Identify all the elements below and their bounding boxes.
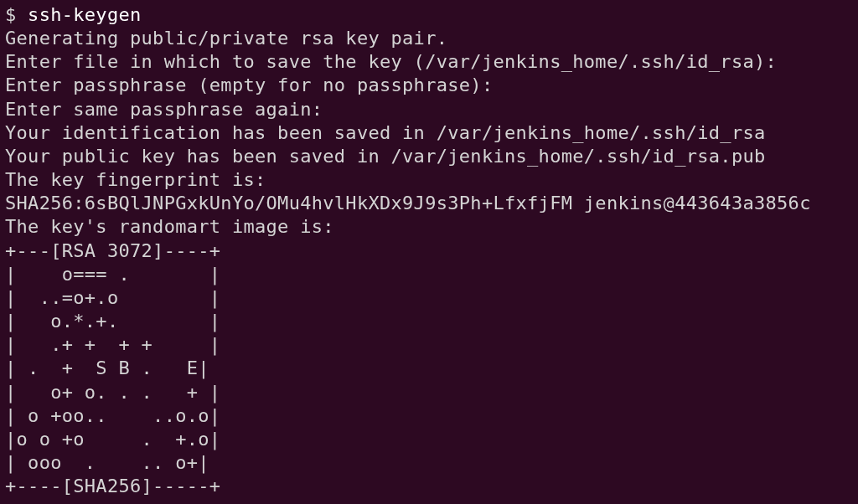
randomart-line: | ooo . .. o+| [5, 452, 209, 473]
randomart-line: | o.*.+. | [5, 311, 220, 332]
randomart-line: | o=== . | [5, 264, 220, 285]
output-line: The key's randomart image is: [5, 216, 334, 237]
randomart-line: | o +oo.. ..o.o| [5, 405, 220, 426]
output-line: Your public key has been saved in /var/j… [5, 146, 766, 167]
terminal-output[interactable]: $ ssh-keygen Generating public/private r… [5, 3, 853, 498]
output-line: SHA256:6sBQlJNPGxkUnYo/OMu4hvlHkXDx9J9s3… [5, 193, 811, 213]
randomart-line: | .+ + + + | [5, 334, 220, 355]
shell-prompt: $ [5, 4, 28, 25]
randomart-line: | . + S B . E| [5, 357, 209, 378]
output-line: Enter passphrase (empty for no passphras… [5, 75, 493, 95]
output-line: Enter file in which to save the key (/va… [5, 51, 777, 72]
randomart-line: |o o +o . +.o| [5, 429, 220, 450]
output-line: Enter same passphrase again: [5, 99, 323, 120]
command-input: ssh-keygen [28, 4, 141, 25]
randomart-line: | o+ o. . . + | [5, 382, 220, 403]
output-line: Your identification has been saved in /v… [5, 122, 766, 143]
randomart-line: +---[RSA 3072]----+ [5, 240, 220, 261]
randomart-line: +----[SHA256]-----+ [5, 476, 220, 496]
output-line: The key fingerprint is: [5, 169, 266, 190]
output-line: Generating public/private rsa key pair. [5, 28, 447, 49]
randomart-line: | ..=o+.o | [5, 287, 220, 308]
